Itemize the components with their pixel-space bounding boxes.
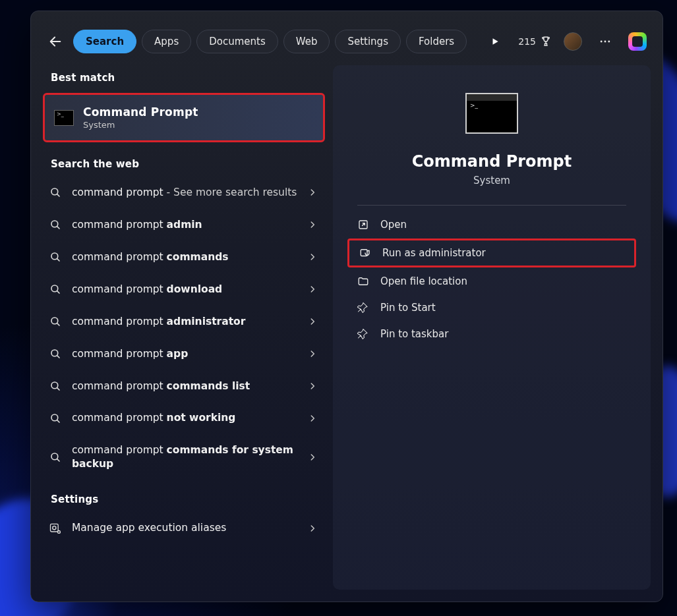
tab-settings[interactable]: Settings	[335, 30, 401, 53]
tab-apps[interactable]: Apps	[142, 30, 191, 53]
web-result[interactable]: command prompt download	[43, 273, 325, 306]
search-web-heading: Search the web	[43, 152, 325, 177]
pin-icon	[357, 328, 369, 340]
search-icon	[49, 316, 61, 327]
best-match-title: Command Prompt	[83, 105, 198, 119]
points-value: 215	[518, 36, 536, 47]
preview-title: Command Prompt	[412, 152, 572, 171]
search-icon	[49, 451, 61, 463]
web-result[interactable]: command prompt app	[43, 338, 325, 370]
search-icon	[49, 412, 61, 424]
preview-pane: Command Prompt System OpenRun as adminis…	[333, 65, 651, 590]
search-icon	[49, 283, 61, 295]
svg-point-2	[608, 41, 610, 43]
search-icon	[49, 219, 61, 231]
settings-results-list: Manage app execution aliases	[43, 512, 325, 544]
web-results-list: command prompt - See more search results…	[43, 177, 325, 480]
rewards-points[interactable]: 215	[518, 36, 552, 47]
settings-app-icon	[49, 522, 62, 535]
best-match-subtitle: System	[83, 120, 198, 130]
search-icon	[49, 251, 61, 263]
pin-icon	[357, 302, 369, 314]
action-label: Open	[380, 219, 407, 231]
action-pin-to-taskbar[interactable]: Pin to taskbar	[347, 322, 636, 347]
web-result-text: command prompt download	[72, 283, 299, 296]
svg-rect-12	[51, 524, 59, 532]
preview-app-icon	[465, 93, 518, 134]
ellipsis-icon	[599, 35, 612, 48]
folder-icon	[357, 275, 369, 287]
header: Search Apps Documents Web Settings Folde…	[31, 11, 662, 65]
preview-subtitle: System	[473, 175, 510, 186]
trophy-icon	[540, 36, 552, 47]
shield-admin-icon	[359, 247, 371, 259]
web-result[interactable]: command prompt not working	[43, 402, 325, 434]
action-label: Open file location	[380, 275, 467, 287]
chevron-right-icon	[308, 188, 317, 197]
filter-tabs: Search Apps Documents Web Settings Folde…	[73, 30, 477, 53]
tab-search[interactable]: Search	[73, 30, 136, 53]
search-panel: Search Apps Documents Web Settings Folde…	[30, 11, 663, 602]
tab-folders[interactable]: Folders	[406, 30, 467, 53]
search-icon	[49, 348, 61, 360]
web-result-text: command prompt commands for system backu…	[72, 443, 299, 471]
settings-result-text: Manage app execution aliases	[72, 521, 299, 535]
web-result-text: command prompt app	[72, 347, 299, 361]
body: Best match Command Prompt System Search …	[31, 65, 662, 602]
chevron-right-icon	[308, 414, 317, 423]
user-avatar[interactable]	[564, 32, 582, 51]
results-column: Best match Command Prompt System Search …	[43, 65, 325, 590]
action-label: Pin to taskbar	[380, 328, 448, 340]
preview-actions: OpenRun as administratorOpen file locati…	[342, 212, 641, 347]
chevron-right-icon	[308, 453, 317, 462]
chevron-right-icon	[308, 252, 317, 262]
web-result[interactable]: command prompt commands list	[43, 370, 325, 403]
chevron-right-icon	[308, 317, 317, 326]
chevron-right-icon	[308, 524, 317, 533]
chevron-right-icon	[308, 220, 317, 229]
best-match-heading: Best match	[43, 65, 325, 90]
divider	[357, 205, 627, 206]
action-label: Pin to Start	[380, 302, 436, 314]
web-result-text: command prompt administrator	[72, 315, 299, 329]
best-match-result[interactable]: Command Prompt System	[43, 93, 325, 142]
action-open-file-location[interactable]: Open file location	[347, 269, 636, 294]
chevron-right-icon	[308, 381, 317, 391]
web-result-text: command prompt admin	[72, 218, 299, 232]
command-prompt-icon	[54, 110, 74, 126]
settings-result[interactable]: Manage app execution aliases	[43, 512, 325, 544]
web-result[interactable]: command prompt - See more search results	[43, 177, 325, 209]
web-result[interactable]: command prompt commands for system backu…	[43, 434, 325, 480]
search-icon	[49, 380, 61, 392]
tab-web[interactable]: Web	[283, 30, 330, 53]
chevron-right-icon	[308, 349, 317, 358]
arrow-left-icon	[48, 34, 63, 49]
header-right: 215	[484, 30, 649, 53]
web-result-text: command prompt commands list	[72, 379, 299, 393]
web-result-text: command prompt not working	[72, 411, 299, 425]
action-pin-to-start[interactable]: Pin to Start	[347, 295, 636, 320]
action-run-as-administrator[interactable]: Run as administrator	[347, 238, 636, 267]
web-result[interactable]: command prompt admin	[43, 209, 325, 241]
svg-point-13	[53, 526, 56, 529]
svg-point-0	[601, 41, 603, 43]
web-result-text: command prompt commands	[72, 250, 299, 264]
web-result[interactable]: command prompt commands	[43, 241, 325, 273]
play-icon	[490, 37, 500, 46]
back-button[interactable]	[44, 30, 67, 53]
action-label: Run as administrator	[382, 247, 486, 259]
chevron-right-icon	[308, 285, 317, 294]
web-result[interactable]: command prompt administrator	[43, 306, 325, 338]
more-button[interactable]	[594, 30, 616, 53]
tab-documents[interactable]: Documents	[196, 30, 278, 53]
web-result-text: command prompt - See more search results	[72, 186, 299, 200]
search-icon	[49, 186, 61, 198]
copilot-button[interactable]	[628, 32, 647, 51]
preview-play-button[interactable]	[484, 30, 506, 53]
svg-point-1	[604, 41, 606, 43]
open-icon	[357, 219, 369, 231]
settings-heading: Settings	[43, 487, 325, 512]
action-open[interactable]: Open	[347, 212, 636, 237]
